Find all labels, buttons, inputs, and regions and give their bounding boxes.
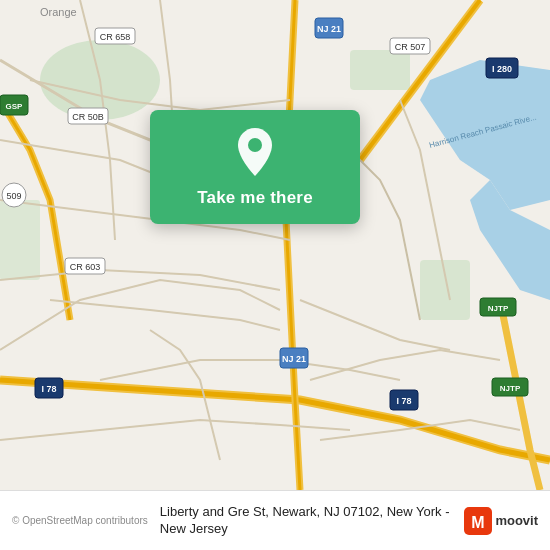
svg-text:NJTP: NJTP — [488, 304, 509, 313]
svg-text:509: 509 — [6, 191, 21, 201]
take-me-there-button[interactable]: Take me there — [197, 186, 313, 210]
svg-text:Orange: Orange — [40, 6, 77, 18]
svg-text:M: M — [472, 514, 485, 531]
moovit-logo: M moovit — [464, 507, 538, 535]
svg-rect-5 — [420, 260, 470, 320]
svg-text:CR 603: CR 603 — [70, 262, 101, 272]
svg-text:GSP: GSP — [6, 102, 24, 111]
map-container: CR 658 CR 507 CR 50B CR 603 NJ 21 NJ 21 … — [0, 0, 550, 490]
copyright-text: © OpenStreetMap contributors — [12, 515, 148, 526]
svg-text:NJTP: NJTP — [500, 384, 521, 393]
bottom-bar: © OpenStreetMap contributors Liberty and… — [0, 490, 550, 550]
svg-text:CR 50B: CR 50B — [72, 112, 104, 122]
svg-text:CR 507: CR 507 — [395, 42, 426, 52]
map-background: CR 658 CR 507 CR 50B CR 603 NJ 21 NJ 21 … — [0, 0, 550, 490]
address-text: Liberty and Gre St, Newark, NJ 07102, Ne… — [160, 504, 457, 538]
location-card: Take me there — [150, 110, 360, 224]
svg-text:NJ 21: NJ 21 — [317, 24, 341, 34]
moovit-brand-text: moovit — [495, 513, 538, 528]
svg-text:CR 658: CR 658 — [100, 32, 131, 42]
moovit-icon: M — [464, 507, 492, 535]
svg-text:I 78: I 78 — [396, 396, 411, 406]
location-pin-icon — [233, 126, 277, 178]
svg-text:I 78: I 78 — [41, 384, 56, 394]
svg-text:NJ 21: NJ 21 — [282, 354, 306, 364]
svg-rect-6 — [0, 200, 40, 280]
svg-rect-4 — [350, 50, 410, 90]
svg-point-35 — [248, 138, 262, 152]
location-icon-wrap — [231, 128, 279, 176]
svg-text:I 280: I 280 — [492, 64, 512, 74]
